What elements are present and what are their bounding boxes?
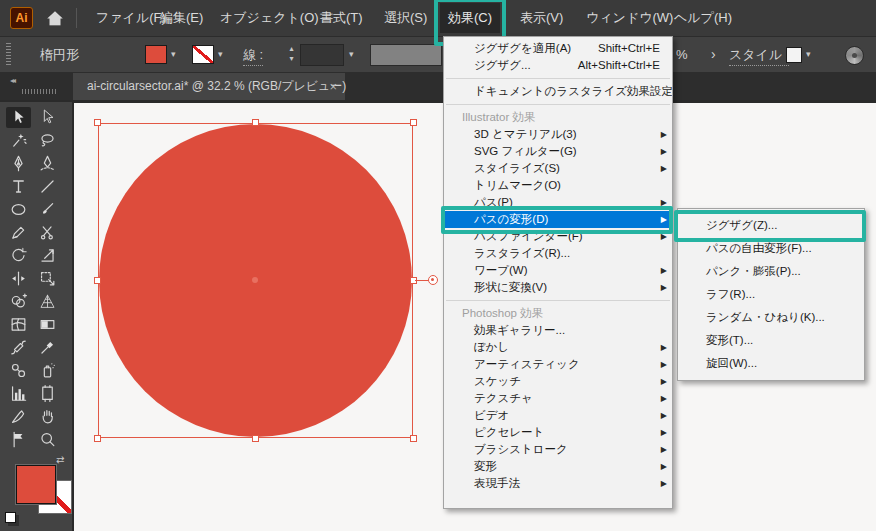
artboard-tool-icon[interactable] (35, 383, 60, 404)
effect-menu-item[interactable]: ジグザグを適用(A)Shift+Ctrl+E (444, 40, 672, 57)
curvature-tool-icon[interactable] (35, 153, 60, 174)
stroke-weight-chevron-down-icon[interactable]: ▾ (349, 37, 354, 72)
style-chevron-down-icon[interactable]: ▾ (806, 37, 811, 72)
line-segment-tool-icon[interactable] (35, 176, 60, 197)
menubar-item[interactable]: 選択(S) (376, 3, 435, 33)
submenu-item[interactable]: 変形(T)... (678, 329, 864, 352)
stroke-color-swatch[interactable] (192, 45, 214, 64)
stepper-up-icon[interactable]: ▴ (286, 44, 297, 54)
effect-menu-item[interactable]: パスの変形(D)▶ (444, 211, 672, 228)
swap-fill-stroke-icon[interactable]: ⇄ (56, 454, 64, 465)
effect-menu-item[interactable]: 形状に変換(V)▶ (444, 279, 672, 296)
eyedropper-tool-icon[interactable] (35, 337, 60, 358)
document-tab[interactable]: ai-circularsector.ai* @ 32.2 % (RGB/プレビュ… (73, 73, 345, 100)
graph-tool-icon[interactable] (6, 383, 31, 404)
ellipse-tool-icon[interactable] (6, 199, 31, 220)
free-transform-tool-icon[interactable] (35, 268, 60, 289)
default-fill-stroke-icon[interactable] (5, 512, 16, 523)
blend-tool-icon[interactable] (6, 360, 31, 381)
effect-menu-item[interactable]: ワープ(W)▶ (444, 262, 672, 279)
stroke-weight-stepper[interactable]: ▴ ▾ (286, 44, 297, 66)
type-tool-icon[interactable] (6, 176, 31, 197)
menubar-item[interactable]: 表示(V) (512, 3, 571, 33)
effect-menu-item[interactable]: 表現手法▶ (444, 475, 672, 492)
magic-wand-tool-icon[interactable] (6, 130, 31, 151)
home-icon[interactable] (44, 7, 66, 29)
stroke-weight-input[interactable] (300, 44, 344, 66)
gradient-tool-icon[interactable] (35, 314, 60, 335)
toolbar-grip-icon[interactable] (22, 89, 56, 94)
menubar-item[interactable]: オブジェクト(O) (212, 3, 327, 33)
fill-chevron-down-icon[interactable]: ▾ (171, 37, 176, 72)
color-wheel-icon[interactable] (845, 46, 864, 65)
effect-menu-item[interactable]: ラスタライズ(R)... (444, 245, 672, 262)
fill-swatch[interactable] (16, 465, 56, 504)
effect-menu-item[interactable]: 3D とマテリアル(3)▶ (444, 126, 672, 143)
mesh-tool-icon[interactable] (6, 314, 31, 335)
submenu-item[interactable]: ラフ(R)... (678, 283, 864, 306)
submenu-item[interactable]: パンク・膨張(P)... (678, 260, 864, 283)
selection-tool-icon[interactable] (6, 107, 31, 128)
width-tool-icon[interactable] (6, 268, 31, 289)
menubar-item[interactable]: 編集(E) (152, 3, 211, 33)
effect-menu-item[interactable]: ビデオ▶ (444, 407, 672, 424)
menubar-item[interactable]: 書式(T) (312, 3, 371, 33)
stroke-weight-label[interactable]: 線 : (243, 46, 263, 66)
hand-tool-icon[interactable] (35, 406, 60, 427)
handle-top-right[interactable] (410, 119, 417, 126)
rotate-view-tool-icon[interactable] (6, 337, 31, 358)
slice-tool-icon[interactable] (6, 406, 31, 427)
object-center-point[interactable] (252, 277, 258, 283)
effect-menu-item[interactable]: ブラシストローク▶ (444, 441, 672, 458)
rotate-tool-icon[interactable] (6, 245, 31, 266)
panel-grip-icon[interactable] (6, 43, 11, 67)
effect-menu-item[interactable]: スタイライズ(S)▶ (444, 160, 672, 177)
zoom-tool-icon[interactable] (35, 429, 60, 450)
fill-color-swatch[interactable] (145, 45, 167, 64)
effect-menu-item[interactable]: ジグザグ...Alt+Shift+Ctrl+E (444, 57, 672, 74)
submenu-item[interactable]: パスの自由変形(F)... (678, 237, 864, 260)
scale-tool-icon[interactable] (35, 245, 60, 266)
effect-menu-item[interactable]: 効果ギャラリー... (444, 322, 672, 339)
stroke-chevron-down-icon[interactable]: ▾ (218, 37, 223, 72)
width-profile-dropdown[interactable] (370, 44, 442, 66)
perspective-grid-tool-icon[interactable] (35, 291, 60, 312)
effect-menu-item[interactable]: ピクセレート▶ (444, 424, 672, 441)
submenu-item[interactable]: ジグザグ(Z)... (678, 214, 864, 237)
effect-menu-item[interactable]: ドキュメントのラスタライズ効果設定(E)... (444, 83, 672, 100)
stepper-down-icon[interactable]: ▾ (286, 54, 297, 64)
handle-bottom-center[interactable] (252, 435, 259, 442)
effect-menu-item[interactable]: アーティスティック▶ (444, 356, 672, 373)
effect-menu-item[interactable]: スケッチ▶ (444, 373, 672, 390)
symbol-sprayer-tool-icon[interactable] (35, 360, 60, 381)
submenu-item[interactable]: 旋回(W)... (678, 352, 864, 375)
app-logo-icon[interactable]: Ai (10, 7, 33, 29)
style-label[interactable]: スタイル : (729, 46, 789, 66)
paintbrush-tool-icon[interactable] (35, 199, 60, 220)
menubar-item[interactable]: ヘルプ(H) (666, 3, 740, 33)
scissors-tool-icon[interactable] (35, 222, 60, 243)
handle-top-left[interactable] (94, 119, 101, 126)
graphic-style-swatch[interactable] (786, 47, 802, 63)
shape-builder-tool-icon[interactable] (6, 291, 31, 312)
effect-menu-item[interactable]: トリムマーク(O) (444, 177, 672, 194)
effect-menu-item[interactable]: パスファインダー(F)▶ (444, 228, 672, 245)
pen-tool-icon[interactable] (6, 153, 31, 174)
print-tiling-tool-icon[interactable] (6, 429, 31, 450)
tab-close-icon[interactable]: × (329, 73, 337, 100)
handle-middle-left[interactable] (94, 277, 101, 284)
menubar-item[interactable]: 効果(C) (440, 3, 500, 33)
handle-bottom-left[interactable] (94, 435, 101, 442)
effect-menu-item[interactable]: 変形▶ (444, 458, 672, 475)
lasso-tool-icon[interactable] (35, 130, 60, 151)
effect-menu-item[interactable]: SVG フィルター(G)▶ (444, 143, 672, 160)
direct-selection-tool-icon[interactable] (35, 107, 60, 128)
collapse-toolbar-icon[interactable]: ◂◂ (10, 76, 14, 85)
handle-bottom-right[interactable] (410, 435, 417, 442)
shaper-tool-icon[interactable] (6, 222, 31, 243)
effect-menu-item[interactable]: テクスチャ▶ (444, 390, 672, 407)
submenu-item[interactable]: ランダム・ひねり(K)... (678, 306, 864, 329)
effect-menu-item[interactable]: ぼかし▶ (444, 339, 672, 356)
effect-menu-item[interactable]: パス(P)▶ (444, 194, 672, 211)
opacity-panel-expander[interactable]: › (711, 37, 716, 72)
